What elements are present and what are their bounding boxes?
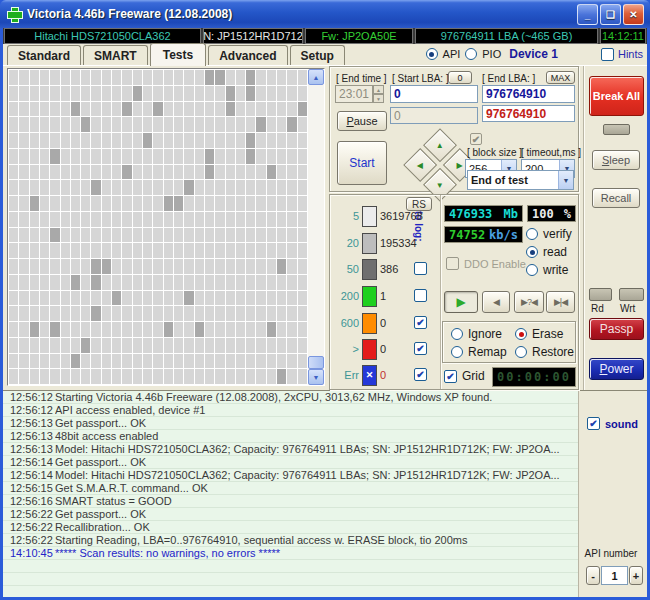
map-cell	[133, 86, 142, 101]
map-cell	[143, 117, 152, 132]
start-lba-shadow-field: 0	[390, 107, 478, 124]
map-cell	[256, 102, 265, 117]
tab-setup[interactable]: Setup	[290, 45, 345, 65]
map-cell	[133, 228, 142, 243]
log-text: API access enabled, device #1	[55, 404, 578, 416]
read-radio[interactable]	[526, 246, 538, 258]
remap-radio[interactable]	[451, 346, 463, 358]
power-button[interactable]: Power	[589, 358, 644, 380]
end-time-up-icon[interactable]: ▲	[373, 85, 384, 94]
write-radio[interactable]	[526, 264, 538, 276]
map-cell	[164, 228, 173, 243]
to-log-checkbox[interactable]: ✔	[414, 342, 427, 355]
scroll-down-icon[interactable]: ▼	[308, 369, 324, 385]
map-cell	[143, 180, 152, 195]
seek-question-button[interactable]: ▶?◀	[514, 291, 544, 313]
sleep-button[interactable]: Sleep	[592, 150, 640, 170]
end-lba-input[interactable]: 976764910	[482, 85, 575, 103]
zero-button[interactable]: 0	[448, 71, 472, 84]
map-cell	[277, 102, 286, 117]
tab-advanced[interactable]: Advanced	[208, 45, 287, 65]
max-button[interactable]: MAX	[546, 71, 575, 84]
start-lba-input[interactable]: 0	[390, 85, 478, 103]
map-cell	[61, 133, 70, 148]
histogram-count: 3619768	[377, 210, 423, 222]
api-number-plus-button[interactable]: +	[629, 566, 643, 585]
map-cell	[195, 212, 204, 227]
map-cell	[164, 275, 173, 290]
map-cell	[122, 196, 131, 211]
map-cell	[122, 70, 131, 85]
map-cell	[81, 369, 90, 384]
api-number-minus-button[interactable]: -	[586, 566, 600, 585]
sound-checkbox[interactable]: ✔	[587, 417, 600, 430]
end-time-value[interactable]: 23:01	[335, 85, 373, 103]
map-cell	[143, 369, 152, 384]
log-time: 12:56:12	[3, 391, 55, 403]
restore-radio[interactable]	[515, 346, 527, 358]
to-log-checkbox[interactable]	[414, 289, 427, 302]
to-log-checkbox[interactable]	[414, 262, 427, 275]
hints-checkbox[interactable]	[601, 48, 614, 61]
map-cell	[40, 306, 49, 321]
back-button[interactable]: ◀	[482, 291, 510, 313]
map-cell	[236, 117, 245, 132]
verify-label: verify	[543, 227, 572, 241]
pause-button[interactable]: Pause	[337, 111, 387, 131]
pio-radio[interactable]	[465, 48, 477, 60]
map-cell	[50, 338, 59, 353]
histogram-bin-label: 5	[330, 210, 362, 222]
map-cell	[298, 291, 307, 306]
map-cell	[91, 354, 100, 369]
scroll-track[interactable]	[308, 85, 324, 369]
map-cell	[215, 149, 224, 164]
end-time-down-icon[interactable]: ▼	[373, 94, 384, 103]
seek-end-button[interactable]: ▶|◀	[546, 291, 575, 313]
api-radio[interactable]	[426, 48, 438, 60]
tab-tests[interactable]: Tests	[150, 43, 206, 66]
map-cell	[133, 196, 142, 211]
tab-standard[interactable]: Standard	[7, 45, 81, 65]
break-all-button[interactable]: Break All	[589, 76, 644, 116]
map-cell	[71, 102, 80, 117]
scan-map-grid	[8, 69, 308, 385]
map-cell	[71, 180, 80, 195]
map-cell	[30, 70, 39, 85]
scroll-thumb[interactable]	[308, 356, 324, 369]
test-controls: [ End time ] [ Start LBA: ] 0 [ End LBA:…	[329, 66, 579, 390]
map-cell	[71, 369, 80, 384]
to-log-checkbox[interactable]: ✔	[414, 316, 427, 329]
grid-checkbox[interactable]: ✔	[444, 370, 457, 383]
map-cell	[71, 338, 80, 353]
tab-smart[interactable]: SMART	[83, 45, 148, 65]
after-test-select[interactable]: End of test▼	[467, 170, 574, 190]
map-cell	[153, 117, 162, 132]
map-cell	[205, 70, 214, 85]
play-button[interactable]: ▶	[444, 291, 478, 313]
map-cell	[236, 259, 245, 274]
minimize-button[interactable]: _	[577, 4, 598, 25]
verify-radio[interactable]	[526, 228, 538, 240]
map-cell	[9, 291, 18, 306]
start-button[interactable]: Start	[337, 141, 387, 185]
map-cell	[267, 275, 276, 290]
close-button[interactable]: ✕	[623, 4, 644, 25]
histogram-count: 195334	[377, 237, 417, 249]
scroll-up-icon[interactable]: ▲	[308, 69, 324, 85]
recall-button[interactable]: Recall	[592, 188, 640, 208]
map-cell	[226, 338, 235, 353]
erase-radio[interactable]	[515, 328, 527, 340]
map-cell	[133, 338, 142, 353]
passp-button[interactable]: Passp	[589, 318, 644, 340]
app-icon	[6, 6, 22, 22]
map-cell	[215, 70, 224, 85]
map-cell	[19, 354, 28, 369]
maximize-button[interactable]: ❏	[600, 4, 621, 25]
erase-label: Erase	[532, 327, 563, 341]
map-cell	[102, 291, 111, 306]
map-cell	[195, 243, 204, 258]
map-cell	[174, 275, 183, 290]
map-cell	[112, 243, 121, 258]
to-log-checkbox[interactable]: ✔	[414, 368, 427, 381]
ignore-radio[interactable]	[451, 328, 463, 340]
